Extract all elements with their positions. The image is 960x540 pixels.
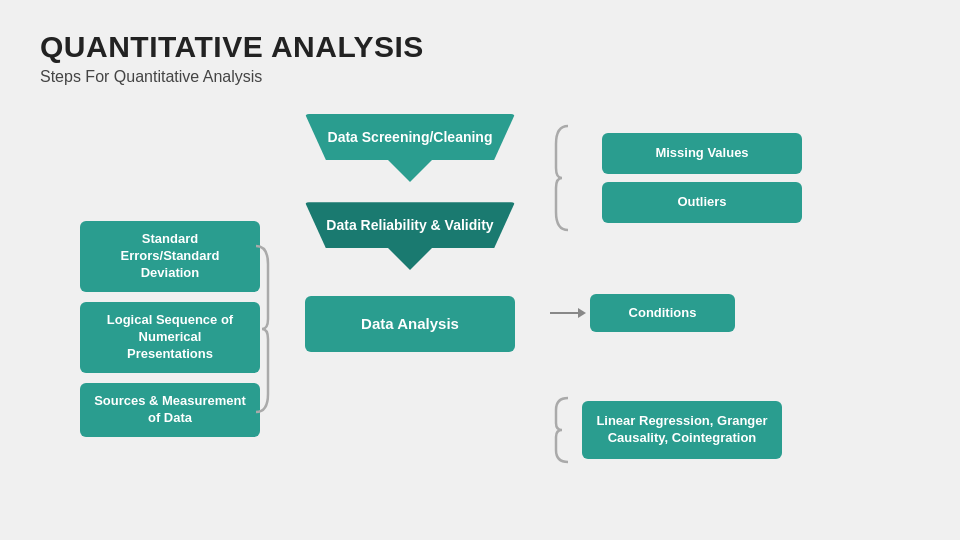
left-box-3: Sources & Measurement of Data bbox=[80, 383, 260, 437]
left-column: Standard Errors/Standard Deviation Logic… bbox=[40, 134, 260, 524]
right-top-group: Missing Values Outliers bbox=[572, 133, 802, 223]
left-boxes: Standard Errors/Standard Deviation Logic… bbox=[80, 221, 260, 436]
left-box-1: Standard Errors/Standard Deviation bbox=[80, 221, 260, 292]
step3-funnel: Data Analysis bbox=[305, 296, 515, 352]
step2-funnel: Data Reliability & Validity bbox=[305, 202, 515, 270]
slide: QUANTITATIVE ANALYSIS Steps For Quantita… bbox=[0, 0, 960, 540]
conditions-box: Conditions bbox=[590, 294, 735, 333]
step1-funnel: Data Screening/Cleaning bbox=[305, 114, 515, 182]
right-column: Missing Values Outliers Conditions Linea… bbox=[550, 104, 830, 464]
step1-arrow-icon bbox=[388, 160, 432, 182]
right-bottom-brace-icon bbox=[550, 396, 572, 464]
step1-label: Data Screening/Cleaning bbox=[305, 114, 515, 160]
diagram-area: Standard Errors/Standard Deviation Logic… bbox=[40, 104, 920, 494]
regression-box: Linear Regression, Granger Causality, Co… bbox=[582, 401, 782, 459]
right-bottom-section: Linear Regression, Granger Causality, Co… bbox=[550, 396, 830, 464]
step2-label: Data Reliability & Validity bbox=[305, 202, 515, 248]
left-box-2: Logical Sequence of Numerical Presentati… bbox=[80, 302, 260, 373]
center-column: Data Screening/Cleaning Data Reliability… bbox=[290, 104, 530, 494]
slide-title: QUANTITATIVE ANALYSIS bbox=[40, 30, 920, 64]
right-box-missing: Missing Values bbox=[602, 133, 802, 174]
slide-subtitle: Steps For Quantitative Analysis bbox=[40, 68, 920, 86]
right-mid-section: Conditions bbox=[550, 294, 830, 333]
right-top-brace-icon bbox=[550, 124, 572, 232]
right-box-outliers: Outliers bbox=[602, 182, 802, 223]
left-brace-icon bbox=[252, 244, 270, 414]
conditions-arrow-icon bbox=[550, 312, 580, 314]
step2-arrow-icon bbox=[388, 248, 432, 270]
step3-label: Data Analysis bbox=[305, 296, 515, 352]
